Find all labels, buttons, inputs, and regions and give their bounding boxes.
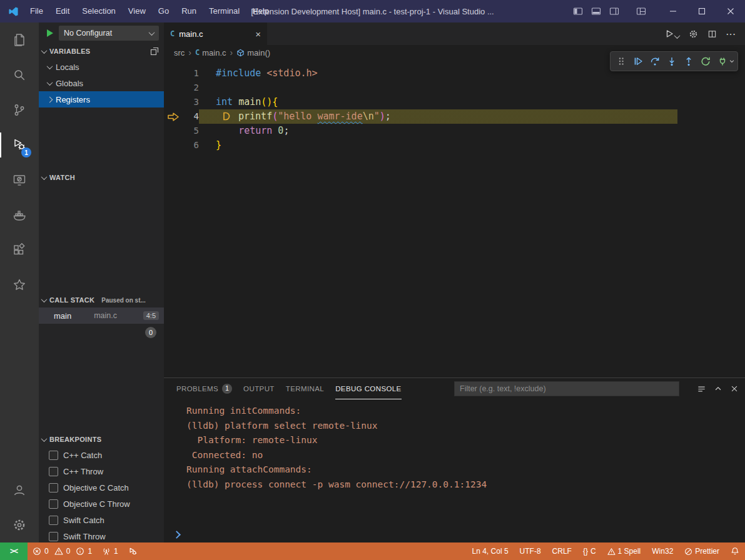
collapse-all-icon[interactable]	[150, 47, 159, 56]
breakpoint-gutter[interactable]	[164, 66, 183, 81]
panel-tab-debug-console[interactable]: DEBUG CONSOLE	[335, 378, 402, 399]
prettier-status[interactable]: Prettier	[679, 542, 725, 560]
menu-go[interactable]: Go	[152, 0, 175, 22]
chevron-up-icon[interactable]	[714, 384, 722, 393]
minimize-button[interactable]	[659, 0, 687, 22]
platform-indicator[interactable]: Win32	[646, 542, 679, 560]
code-editor[interactable]: 1#include <stdio.h>23int main(){4printf(…	[164, 60, 745, 378]
chevron-down-icon[interactable]	[728, 53, 736, 70]
menu-file[interactable]: File	[24, 0, 49, 22]
language-mode[interactable]: {} C	[577, 542, 602, 560]
breakpoint-c-catch[interactable]: C++ Catch	[39, 447, 164, 463]
menu-view[interactable]: View	[122, 0, 152, 22]
hamburger-menu-icon[interactable]	[697, 384, 706, 394]
console-input[interactable]	[164, 526, 745, 542]
continue-button[interactable]	[629, 53, 646, 70]
editor-settings-gear-icon[interactable]	[689, 29, 698, 39]
menu-help[interactable]: Help	[246, 0, 275, 22]
notifications-bell-icon[interactable]	[725, 542, 745, 560]
menu-selection[interactable]: Selection	[76, 0, 121, 22]
breadcrumb-file[interactable]: C main.c	[195, 48, 226, 58]
debug-status-icon[interactable]	[123, 542, 143, 560]
star-icon[interactable]	[0, 268, 39, 302]
panel-tab-problems[interactable]: PROBLEMS1	[176, 378, 232, 399]
close-panel-icon[interactable]	[730, 384, 739, 393]
variables-item-registers[interactable]: Registers	[39, 91, 164, 108]
customize-layout-icon[interactable]	[632, 0, 650, 22]
breakpoint-swift-catch[interactable]: Swift Catch	[39, 512, 164, 528]
close-window-button[interactable]	[716, 0, 745, 22]
extensions-icon[interactable]	[0, 232, 39, 268]
breakpoint-gutter[interactable]	[164, 124, 183, 138]
breakpoint-gutter[interactable]	[164, 95, 183, 109]
step-out-button[interactable]	[680, 53, 697, 70]
ports-indicator[interactable]: 1	[97, 542, 123, 560]
remote-explorer-icon[interactable]	[0, 162, 39, 198]
spell-checker-status[interactable]: 1 Spell	[602, 542, 647, 560]
debug-config-dropdown[interactable]: No Configurat	[59, 26, 159, 41]
current-line-arrow-icon[interactable]	[164, 109, 183, 124]
panel-tab-output[interactable]: OUTPUT	[243, 378, 275, 399]
restart-button[interactable]	[697, 53, 714, 70]
code-text[interactable]: return 0;	[199, 124, 745, 138]
variables-item-globals[interactable]: Globals	[39, 75, 164, 91]
toggle-panel-icon[interactable]	[587, 0, 605, 22]
call-stack-section-header[interactable]: CALL STACK Paused on st...	[39, 292, 164, 308]
console-filter-input[interactable]	[454, 381, 679, 396]
run-or-debug-button[interactable]	[664, 29, 679, 39]
menu-run[interactable]: Run	[175, 0, 203, 22]
code-text[interactable]: printf("hello wamr-ide\n");	[199, 109, 745, 124]
breadcrumb-src[interactable]: src	[174, 48, 185, 58]
checkbox-icon[interactable]	[49, 532, 58, 541]
checkbox-icon[interactable]	[49, 483, 58, 492]
call-stack-frame[interactable]: main main.c 4:5	[39, 308, 164, 324]
accounts-icon[interactable]	[0, 472, 39, 508]
panel-tab-terminal[interactable]: TERMINAL	[286, 378, 324, 399]
breakpoint-swift-throw[interactable]: Swift Throw	[39, 528, 164, 542]
watch-section-header[interactable]: WATCH	[39, 170, 164, 185]
toggle-secondary-sidebar-icon[interactable]	[605, 0, 623, 22]
tab-main-c[interactable]: C main.c ×	[164, 22, 267, 45]
step-over-button[interactable]	[646, 53, 663, 70]
source-control-icon[interactable]	[0, 92, 39, 128]
checkbox-icon[interactable]	[49, 499, 58, 509]
code-text[interactable]	[199, 81, 745, 95]
split-editor-icon[interactable]	[707, 29, 717, 39]
problems-indicator[interactable]: 0 0 1	[28, 542, 97, 560]
remote-indicator[interactable]: ><	[0, 542, 28, 560]
inline-breakpoint-icon[interactable]	[222, 112, 231, 121]
code-text[interactable]: }	[199, 138, 745, 152]
breadcrumb-symbol[interactable]: main()	[236, 48, 270, 58]
variables-item-locals[interactable]: Locals	[39, 59, 164, 75]
step-into-button[interactable]	[663, 53, 680, 70]
cursor-position[interactable]: Ln 4, Col 5	[467, 542, 514, 560]
close-tab-icon[interactable]: ×	[255, 29, 261, 39]
breakpoint-objective-c-throw[interactable]: Objective C Throw	[39, 496, 164, 512]
breakpoint-gutter[interactable]	[164, 81, 183, 95]
run-and-debug-icon[interactable]: 1	[0, 128, 39, 162]
search-icon[interactable]	[0, 58, 39, 92]
menu-terminal[interactable]: Terminal	[203, 0, 246, 22]
breakpoint-objective-c-catch[interactable]: Objective C Catch	[39, 479, 164, 496]
variables-section-header[interactable]: VARIABLES	[39, 44, 164, 59]
breakpoint-gutter[interactable]	[164, 138, 183, 152]
code-text[interactable]: int main(){	[199, 95, 745, 109]
maximize-button[interactable]	[687, 0, 716, 22]
breakpoint-c-throw[interactable]: C++ Throw	[39, 463, 164, 479]
checkbox-icon[interactable]	[49, 516, 58, 525]
start-debug-icon[interactable]	[46, 29, 54, 38]
eol-indicator[interactable]: CRLF	[547, 542, 577, 560]
checkbox-icon[interactable]	[49, 451, 58, 460]
explorer-icon[interactable]	[0, 22, 39, 58]
menu-edit[interactable]: Edit	[49, 0, 76, 22]
encoding-indicator[interactable]: UTF-8	[514, 542, 547, 560]
more-actions-icon[interactable]: ···	[726, 29, 736, 39]
docker-icon[interactable]	[0, 198, 39, 232]
checkbox-icon[interactable]	[49, 467, 58, 476]
remote-glyph: ><	[10, 547, 18, 556]
toolbar-gripper-icon[interactable]	[612, 53, 629, 70]
settings-gear-icon[interactable]	[0, 508, 39, 542]
debug-sidebar: No Configurat VARIABLES LocalsGlobalsReg…	[39, 22, 164, 542]
breakpoints-section-header[interactable]: BREAKPOINTS	[39, 432, 164, 447]
toggle-sidebar-icon[interactable]	[569, 0, 587, 22]
